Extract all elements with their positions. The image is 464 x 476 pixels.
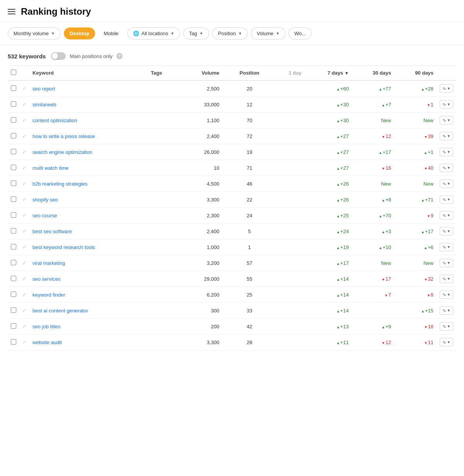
chart-button[interactable]: ∿ ▼ bbox=[440, 275, 453, 283]
row-checkbox[interactable] bbox=[11, 307, 16, 313]
chart-icon: ∿ bbox=[442, 118, 446, 123]
keywords-count: 532 keywords bbox=[8, 53, 46, 60]
change-cell: 9 bbox=[394, 208, 437, 223]
volume-cell: 1,100 bbox=[178, 113, 227, 128]
change-cell: +1 bbox=[394, 144, 437, 160]
chart-button[interactable]: ∿ ▼ bbox=[440, 259, 453, 267]
tag-button[interactable]: Tag ▼ bbox=[183, 27, 209, 39]
keywords-header: 532 keywords Main positions only ? bbox=[8, 45, 456, 66]
chart-button[interactable]: ∿ ▼ bbox=[440, 243, 453, 251]
chart-button[interactable]: ∿ ▼ bbox=[440, 290, 453, 299]
chart-button[interactable]: ∿ ▼ bbox=[440, 338, 453, 346]
monthly-volume-button[interactable]: Monthly volume ▼ bbox=[8, 27, 61, 39]
row-checkbox[interactable] bbox=[11, 149, 16, 154]
keyword-link[interactable]: how to write a press release bbox=[32, 133, 95, 139]
check-cell: ✓ bbox=[19, 271, 29, 287]
keyword-link[interactable]: multi watch time bbox=[32, 165, 68, 171]
volume-button[interactable]: Volume ▼ bbox=[251, 27, 285, 39]
chart-button[interactable]: ∿ ▼ bbox=[440, 116, 453, 125]
hamburger-menu[interactable] bbox=[8, 9, 15, 14]
keyword-link[interactable]: seo job titles bbox=[32, 324, 60, 329]
keyword-link[interactable]: best seo software bbox=[32, 229, 72, 234]
row-checkbox[interactable] bbox=[11, 181, 16, 186]
keyword-link[interactable]: website audit bbox=[32, 340, 62, 345]
toolbar: Monthly volume ▼ Desktop Mobile 🌐 All lo… bbox=[0, 22, 464, 45]
row-checkbox[interactable] bbox=[11, 196, 16, 202]
keyword-link[interactable]: similarweb bbox=[32, 102, 56, 107]
position-cell: 20 bbox=[227, 80, 272, 97]
chevron-down-icon: ▼ bbox=[200, 31, 203, 36]
keyword-cell: seo course bbox=[29, 208, 148, 223]
keyword-link[interactable]: best keyword research tools bbox=[32, 244, 95, 250]
row-checkbox[interactable] bbox=[11, 292, 16, 297]
chart-button[interactable]: ∿ ▼ bbox=[440, 195, 453, 204]
chart-button[interactable]: ∿ ▼ bbox=[440, 211, 453, 220]
tags-cell bbox=[148, 319, 178, 334]
chart-icon: ∿ bbox=[442, 102, 446, 107]
chart-icon: ∿ bbox=[442, 244, 446, 250]
volume-cell: 33,000 bbox=[178, 97, 227, 113]
row-checkbox[interactable] bbox=[11, 323, 16, 329]
volume-cell: 2,400 bbox=[178, 128, 227, 144]
chevron-down-icon: ▼ bbox=[171, 31, 174, 36]
row-checkbox[interactable] bbox=[11, 244, 16, 249]
keyword-link[interactable]: viral marketing bbox=[32, 260, 65, 266]
chart-button[interactable]: ∿ ▼ bbox=[440, 179, 453, 188]
chart-button[interactable]: ∿ ▼ bbox=[440, 322, 453, 331]
keyword-link[interactable]: seo course bbox=[32, 213, 57, 218]
row-checkbox[interactable] bbox=[11, 339, 16, 345]
table-row: ✓ content optimization 1,100 70 +30 New … bbox=[8, 113, 456, 128]
change-cell: +10 bbox=[352, 239, 394, 255]
keyword-link[interactable]: seo services bbox=[32, 276, 60, 282]
day1-cell bbox=[272, 80, 305, 97]
keyword-cell: seo job titles bbox=[29, 319, 148, 334]
chart-button[interactable]: ∿ ▼ bbox=[440, 148, 453, 156]
row-checkbox[interactable] bbox=[11, 117, 16, 123]
change-cell: +8 bbox=[352, 192, 394, 208]
tags-cell bbox=[148, 176, 178, 192]
change-cell: 17 bbox=[352, 271, 394, 287]
more-filters-button[interactable]: Wo... bbox=[288, 27, 312, 39]
row-checkbox[interactable] bbox=[11, 212, 16, 218]
keyword-link[interactable]: shopify seo bbox=[32, 197, 58, 203]
keyword-link[interactable]: content optimization bbox=[32, 118, 77, 123]
row-checkbox[interactable] bbox=[11, 165, 16, 170]
row-checkbox-cell bbox=[8, 239, 19, 255]
position-button[interactable]: Position ▼ bbox=[212, 27, 248, 39]
keyword-cell: search engine optimization bbox=[29, 144, 148, 160]
keyword-link[interactable]: search engine optimization bbox=[32, 149, 92, 155]
row-checkbox[interactable] bbox=[11, 85, 16, 91]
change-cell: 1 bbox=[394, 97, 437, 113]
keyword-link[interactable]: b2b marketing strategies bbox=[32, 181, 87, 187]
row-checkbox[interactable] bbox=[11, 133, 16, 138]
row-checkbox[interactable] bbox=[11, 228, 16, 234]
change-cell: 8 bbox=[394, 287, 437, 303]
desktop-button[interactable]: Desktop bbox=[64, 27, 95, 39]
chart-button[interactable]: ∿ ▼ bbox=[440, 227, 453, 235]
tags-cell bbox=[148, 113, 178, 128]
volume-cell: 26,000 bbox=[178, 144, 227, 160]
change-cell: +28 bbox=[394, 80, 437, 97]
chart-button[interactable]: ∿ ▼ bbox=[440, 84, 453, 93]
row-checkbox[interactable] bbox=[11, 276, 16, 281]
chart-button[interactable]: ∿ ▼ bbox=[440, 164, 453, 172]
tags-cell bbox=[148, 97, 178, 113]
keyword-link[interactable]: best ai content generator bbox=[32, 308, 88, 314]
table-row: ✓ best seo software 2,400 5 +24 +3 +17 ∿… bbox=[8, 223, 456, 239]
chart-button[interactable]: ∿ ▼ bbox=[440, 132, 453, 140]
change-cell: +24 bbox=[305, 223, 352, 239]
all-locations-button[interactable]: 🌐 All locations ▼ bbox=[127, 27, 180, 39]
main-positions-toggle[interactable] bbox=[51, 52, 66, 60]
row-checkbox[interactable] bbox=[11, 101, 16, 107]
chart-button[interactable]: ∿ ▼ bbox=[440, 100, 453, 109]
keyword-link[interactable]: seo report bbox=[32, 86, 55, 92]
mobile-button[interactable]: Mobile bbox=[98, 28, 124, 39]
row-checkbox-cell bbox=[8, 287, 19, 303]
keyword-link[interactable]: keyword finder bbox=[32, 292, 65, 298]
row-checkbox[interactable] bbox=[11, 260, 16, 265]
sort-icon: ▼ bbox=[345, 71, 349, 75]
help-icon[interactable]: ? bbox=[116, 53, 123, 59]
keyword-cell: multi watch time bbox=[29, 160, 148, 176]
chart-button[interactable]: ∿ ▼ bbox=[440, 306, 453, 315]
select-all-checkbox[interactable] bbox=[11, 70, 16, 75]
